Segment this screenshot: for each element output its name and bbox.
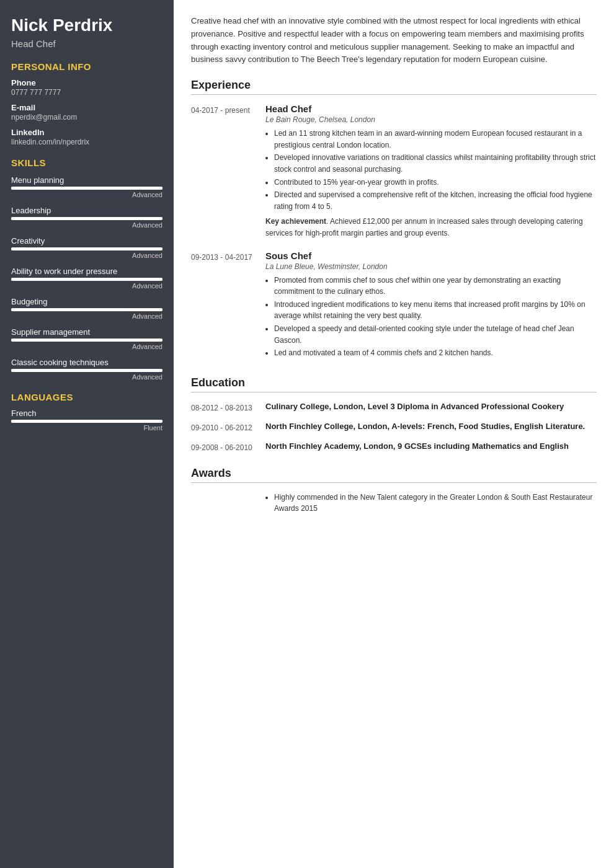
- language-bar-bg: [11, 420, 162, 423]
- education-list: 08-2012 - 08-2013 Culinary College, Lond…: [191, 401, 597, 453]
- skills-list: Menu planning Advanced Leadership Advanc…: [11, 175, 162, 381]
- experience-subtitle: La Lune Bleue, Westminster, London: [265, 262, 597, 271]
- bullet-item: Led and motivated a team of 4 commis che…: [274, 347, 597, 359]
- awards-section: Awards Highly commended in the New Talen…: [191, 467, 597, 515]
- skill-bar-fill: [11, 308, 162, 311]
- phone-value: 0777 777 7777: [11, 88, 162, 97]
- skill-item: Leadership Advanced: [11, 206, 162, 229]
- skills-heading: Skills: [11, 157, 162, 168]
- education-dates: 09-2008 - 06-2010: [191, 441, 253, 453]
- skill-name: Leadership: [11, 206, 162, 215]
- skill-bar-fill: [11, 278, 162, 281]
- skill-bar-bg: [11, 308, 162, 311]
- candidate-name: Nick Perdrix: [11, 15, 162, 36]
- skill-item: Menu planning Advanced: [11, 175, 162, 198]
- experience-title: Sous Chef: [265, 250, 597, 261]
- award-item: Highly commended in the New Talent categ…: [274, 492, 597, 515]
- skill-item: Ability to work under pressure Advanced: [11, 267, 162, 290]
- awards-list: Highly commended in the New Talent categ…: [191, 492, 597, 515]
- education-details: North Finchley College, London, A-levels…: [265, 421, 597, 433]
- skill-bar-bg: [11, 187, 162, 190]
- skill-level: Advanced: [11, 312, 162, 320]
- personal-info-heading: Personal Info: [11, 61, 162, 72]
- resume-page: Nick Perdrix Head Chef Personal Info Pho…: [0, 0, 614, 868]
- skill-item: Supplier management Advanced: [11, 327, 162, 350]
- experience-bullets: Led an 11 strong kitchen team in an awar…: [274, 128, 597, 212]
- education-dates: 09-2010 - 06-2012: [191, 421, 253, 433]
- bullet-item: Introduced ingredient modifications to k…: [274, 299, 597, 322]
- bullet-item: Developed innovative variations on tradi…: [274, 152, 597, 175]
- sidebar: Nick Perdrix Head Chef Personal Info Pho…: [0, 0, 174, 868]
- education-details: Culinary College, London, Level 3 Diplom…: [265, 401, 597, 414]
- skill-level: Advanced: [11, 343, 162, 350]
- email-value: nperdix@gmail.com: [11, 113, 162, 122]
- experience-entry: 04-2017 - present Head Chef Le Bain Roug…: [191, 104, 597, 239]
- skill-bar-bg: [11, 217, 162, 220]
- experience-details: Sous Chef La Lune Bleue, Westminster, Lo…: [265, 250, 597, 363]
- skill-bar-fill: [11, 339, 162, 342]
- summary-text: Creative head chef with an innovative st…: [191, 15, 597, 66]
- skill-item: Creativity Advanced: [11, 236, 162, 259]
- skill-bar-fill: [11, 247, 162, 250]
- language-name: French: [11, 409, 162, 418]
- skill-name: Supplier management: [11, 327, 162, 337]
- languages-heading: Languages: [11, 392, 162, 402]
- skill-bar-bg: [11, 247, 162, 250]
- bullet-item: Directed and supervised a comprehensive …: [274, 189, 597, 212]
- skill-level: Advanced: [11, 252, 162, 259]
- linkedin-value: linkedin.com/in/nperdrix: [11, 138, 162, 146]
- skill-name: Budgeting: [11, 297, 162, 306]
- skill-bar-bg: [11, 278, 162, 281]
- experience-subtitle: Le Bain Rouge, Chelsea, London: [265, 115, 597, 124]
- experience-entry: 09-2013 - 04-2017 Sous Chef La Lune Bleu…: [191, 250, 597, 363]
- bullet-item: Led an 11 strong kitchen team in an awar…: [274, 128, 597, 151]
- experience-heading: Experience: [191, 79, 597, 95]
- experience-dates: 09-2013 - 04-2017: [191, 250, 253, 363]
- education-details: North Finchley Academy, London, 9 GCSEs …: [265, 441, 597, 453]
- bullet-item: Promoted from commis chef to sous chef w…: [274, 275, 597, 298]
- skill-name: Menu planning: [11, 175, 162, 185]
- skill-bar-bg: [11, 369, 162, 372]
- email-label: E-mail: [11, 103, 162, 112]
- experience-dates: 04-2017 - present: [191, 104, 253, 239]
- education-dates: 08-2012 - 08-2013: [191, 401, 253, 414]
- skill-bar-fill: [11, 369, 162, 372]
- skill-name: Creativity: [11, 236, 162, 246]
- awards-heading: Awards: [191, 467, 597, 483]
- job-title: Head Chef: [11, 38, 162, 49]
- education-entry: 09-2008 - 06-2010 North Finchley Academy…: [191, 441, 597, 453]
- skill-name: Ability to work under pressure: [11, 267, 162, 276]
- bullet-item: Contributed to 15% year-on-year growth i…: [274, 177, 597, 188]
- skill-name: Classic cooking techniques: [11, 358, 162, 367]
- main-content: Creative head chef with an innovative st…: [174, 0, 614, 868]
- linkedin-label: LinkedIn: [11, 128, 162, 137]
- experience-list: 04-2017 - present Head Chef Le Bain Roug…: [191, 104, 597, 363]
- experience-details: Head Chef Le Bain Rouge, Chelsea, London…: [265, 104, 597, 239]
- language-bar-fill: [11, 420, 162, 423]
- skill-item: Budgeting Advanced: [11, 297, 162, 320]
- phone-label: Phone: [11, 78, 162, 87]
- education-heading: Education: [191, 376, 597, 392]
- languages-list: French Fluent: [11, 409, 162, 432]
- language-level: Fluent: [11, 424, 162, 432]
- awards-dates: [191, 492, 253, 515]
- experience-section: Experience 04-2017 - present Head Chef L…: [191, 79, 597, 363]
- skill-bar-fill: [11, 217, 162, 220]
- bullet-item: Developed a speedy and detail-oriented c…: [274, 323, 597, 346]
- skill-level: Advanced: [11, 373, 162, 381]
- skill-item: Classic cooking techniques Advanced: [11, 358, 162, 381]
- experience-title: Head Chef: [265, 104, 597, 114]
- education-section: Education 08-2012 - 08-2013 Culinary Col…: [191, 376, 597, 453]
- education-entry: 09-2010 - 06-2012 North Finchley College…: [191, 421, 597, 433]
- language-item: French Fluent: [11, 409, 162, 432]
- skill-bar-fill: [11, 187, 162, 190]
- key-achievement: Key achievement. Achieved £12,000 per an…: [265, 216, 597, 239]
- experience-bullets: Promoted from commis chef to sous chef w…: [274, 275, 597, 359]
- education-entry: 08-2012 - 08-2013 Culinary College, Lond…: [191, 401, 597, 414]
- skill-bar-bg: [11, 339, 162, 342]
- awards-entry: Highly commended in the New Talent categ…: [191, 492, 597, 515]
- skill-level: Advanced: [11, 191, 162, 198]
- skill-level: Advanced: [11, 221, 162, 229]
- awards-details: Highly commended in the New Talent categ…: [265, 492, 597, 515]
- skill-level: Advanced: [11, 282, 162, 290]
